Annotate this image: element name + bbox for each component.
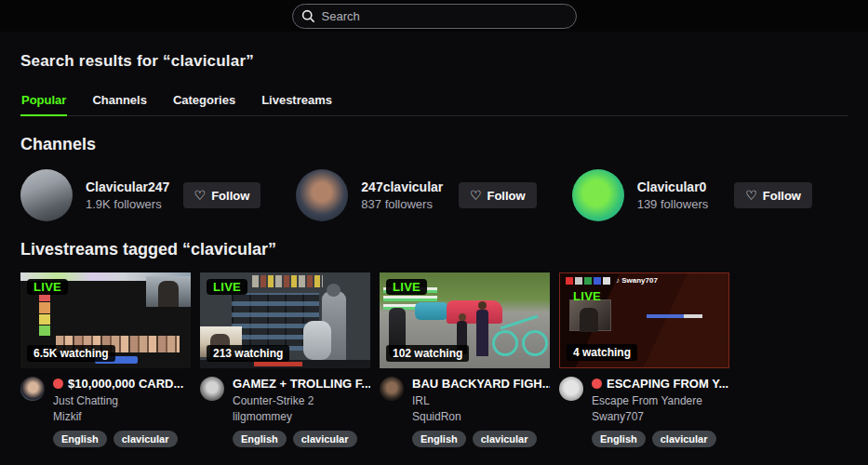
live-badge: LIVE [27,279,68,295]
red-car-graphic [447,300,502,324]
stream-thumbnail[interactable]: LIVE 213 watching [200,272,370,368]
tag-clavicular[interactable]: clavicular [114,431,178,447]
stream-info: ESCAPING FROM Y... Escape From Yandere S… [592,377,729,447]
blue-car-graphic [415,302,448,320]
heart-icon: ♡ [745,188,757,203]
tag-english[interactable]: English [592,431,646,447]
stream-card: LIVE 213 watching GAMEZ + TROLLING F... … [200,272,370,447]
red-circle-emoji-icon [592,379,602,389]
streamer-avatar[interactable] [380,377,404,401]
follow-button-label: Follow [763,189,801,203]
channel-info: Clavicular0 139 followers [637,179,709,211]
channels-heading: Channels [20,135,848,154]
search-bar [292,4,577,29]
stream-info: BAU BACKYARD FIGH... IRL SquidRon Englis… [412,377,550,447]
social-links-overlay: ♪ Swany707 [566,276,658,285]
stream-title-text: GAMEZ + TROLLING F... [233,377,370,391]
stream-title-text: BAU BACKYARD FIGH... [412,377,550,391]
stream-thumbnail[interactable]: LIVE 102 watching [380,272,550,368]
streamer-avatar[interactable] [559,377,583,401]
streamer-avatar[interactable] [20,377,45,401]
stream-info: $10,000,000 CARD... Just Chatting Mizkif… [53,377,191,447]
channel-result: Clavicular0 139 followers ♡ Follow [572,169,848,221]
follow-button[interactable]: ♡ Follow [459,182,537,208]
tag-clavicular[interactable]: clavicular [473,431,537,447]
heart-icon: ♡ [470,188,482,203]
tag-english[interactable]: English [233,431,287,447]
live-badge: LIVE [386,279,427,295]
stream-channel[interactable]: Mizkif [53,410,191,423]
bicycle-wheel-graphic [522,330,548,356]
stream-category[interactable]: Just Chatting [53,394,191,407]
channel-result: 247clavicular 837 followers ♡ Follow [296,169,571,221]
follow-button[interactable]: ♡ Follow [183,182,261,208]
livestreams-heading: Livestreams tagged “clavicular” [20,240,848,259]
page-title: Search results for “clavicular” [20,52,848,71]
stream-title-text: $10,000,000 CARD... [68,377,183,391]
follow-button-label: Follow [211,189,249,203]
stream-meta: BAU BACKYARD FIGH... IRL SquidRon Englis… [380,377,550,447]
character-model-graphic [303,321,331,360]
tab-channels[interactable]: Channels [91,89,148,115]
channel-avatar[interactable] [296,169,348,221]
channel-name[interactable]: Clavicular0 [637,179,709,194]
stream-title[interactable]: $10,000,000 CARD... [53,377,191,391]
stream-card: ♪ Swany707 LIVE 4 watching ESCAPING FROM… [559,272,729,447]
bicycle-frame-graphic [501,315,539,330]
stream-title[interactable]: BAU BACKYARD FIGH... [412,377,550,391]
stream-category[interactable]: Counter-Strike 2 [233,394,370,407]
stream-title[interactable]: GAMEZ + TROLLING F... [233,377,370,391]
social-icons-graphic [566,277,612,285]
tab-categories[interactable]: Categories [172,89,236,115]
channel-followers: 139 followers [637,197,709,211]
channel-result: Clavicular247 1.9K followers ♡ Follow [20,169,296,221]
tag-row: English clavicular [53,431,191,447]
tag-clavicular[interactable]: clavicular [293,431,357,447]
stream-meta: $10,000,000 CARD... Just Chatting Mizkif… [20,377,191,447]
live-badge: LIVE [207,279,247,295]
stream-category[interactable]: IRL [412,394,550,407]
streamer-avatar[interactable] [200,377,224,401]
livestreams-grid: LIVE 6.5K watching $10,000,000 CARD... J… [20,272,848,447]
stream-channel[interactable]: SquidRon [412,410,550,423]
webcam-overlay [569,299,611,331]
tab-livestreams[interactable]: Livestreams [260,89,333,115]
channel-avatar[interactable] [572,169,624,221]
stream-card: LIVE 6.5K watching $10,000,000 CARD... J… [20,272,191,447]
viewer-count-badge: 4 watching [567,344,637,361]
bicycle-wheel-graphic [492,330,518,356]
stream-thumbnail[interactable]: ♪ Swany707 LIVE 4 watching [559,272,729,368]
tag-clavicular[interactable]: clavicular [652,431,716,447]
channel-avatar[interactable] [20,169,73,221]
stream-title-text: ESCAPING FROM Y... [607,377,728,391]
follow-button[interactable]: ♡ Follow [734,182,812,208]
tag-english[interactable]: English [412,431,466,447]
stream-category[interactable]: Escape From Yandere [592,394,729,407]
stream-meta: ESCAPING FROM Y... Escape From Yandere S… [559,377,729,447]
channel-followers: 837 followers [361,197,443,211]
tag-english[interactable]: English [53,431,107,447]
tab-bar: Popular Channels Categories Livestreams [20,89,848,116]
channel-name[interactable]: 247clavicular [361,179,443,194]
stream-channel[interactable]: Swany707 [592,410,729,423]
stream-title[interactable]: ESCAPING FROM Y... [592,377,729,391]
channels-list: Clavicular247 1.9K followers ♡ Follow 24… [20,169,848,221]
top-bar [0,0,868,32]
channel-info: 247clavicular 837 followers [361,179,443,211]
stream-card: LIVE 102 watching BAU BACKYARD FIGH... I… [380,272,550,447]
stream-thumbnail[interactable]: LIVE 6.5K watching [20,272,191,368]
follow-button-label: Follow [487,189,525,203]
stream-info: GAMEZ + TROLLING F... Counter-Strike 2 l… [233,377,370,447]
live-badge: LIVE [567,288,608,304]
tag-row: English clavicular [233,431,370,447]
person-graphic [476,310,488,356]
webcam-overlay [146,276,191,307]
search-input[interactable] [292,4,577,29]
viewer-count-badge: 213 watching [207,345,289,362]
channel-info: Clavicular247 1.9K followers [86,179,169,211]
channel-name[interactable]: Clavicular247 [86,179,169,194]
viewer-count-badge: 102 watching [386,345,469,362]
stream-channel[interactable]: lilgmommey [233,410,370,423]
tab-popular[interactable]: Popular [20,89,67,116]
tag-row: English clavicular [412,431,550,447]
